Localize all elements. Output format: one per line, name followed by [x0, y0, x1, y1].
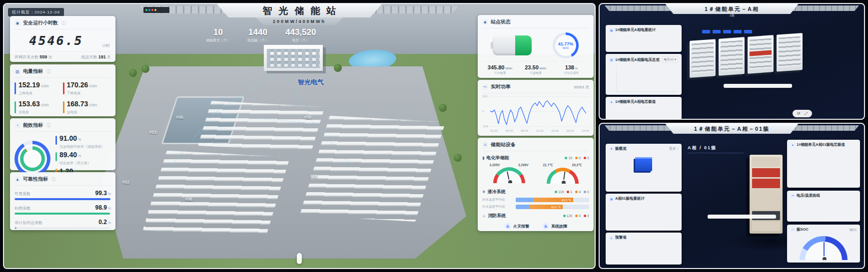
stat-label: 电池簇（个）	[247, 38, 268, 43]
cell-gauges: 3.205V 3.299V 21.7℃ 29.3	[482, 163, 589, 185]
info-icon[interactable]: ⓘ	[51, 177, 55, 182]
reliability-row: 可用系数99.3 %	[14, 190, 111, 200]
reliability-track	[14, 198, 111, 200]
site-status-icon: ■	[482, 19, 488, 25]
metric-text: 153.63GWh充电量	[18, 100, 49, 115]
extremes-icon: ✦	[791, 143, 795, 147]
battery-rack-3d[interactable]	[750, 155, 783, 234]
expand-icon[interactable]: ⤢	[805, 111, 808, 116]
chart-gridline	[490, 126, 588, 127]
reliability-label: 利用系数	[14, 206, 30, 211]
unit-subtitle: 1期	[730, 13, 734, 18]
panel-header: ▥ 电量指标 ⓘ	[14, 68, 111, 78]
station-title-plate: 智光储能站	[217, 4, 382, 17]
battery-container[interactable]	[719, 37, 745, 76]
battery-container-alarm[interactable]	[748, 35, 774, 74]
cell-curve-sparkline[interactable]	[791, 200, 856, 217]
cluster-header-band: 1＃储能单元－A相－01簇	[600, 124, 864, 136]
chart-xtick: 04:00	[505, 129, 513, 132]
reliability-panel: ▲ 可靠性指标 ⓘ 可用系数99.3 %利用系数98.9 %非计划停运系数0.2…	[10, 172, 115, 230]
metric-value: 168.73GWh	[67, 100, 97, 109]
cluster-energy-card: ▤ A相01簇电量统计	[606, 194, 682, 231]
reliability-row: 非计划停运系数0.2 %	[14, 219, 111, 229]
reliability-rows: 可用系数99.3 %利用系数98.9 %非计划停运系数0.2 %	[14, 190, 111, 229]
refresh-icon[interactable]: ⟳	[797, 111, 801, 116]
led-green	[145, 9, 147, 11]
legend-count: 0	[584, 190, 589, 194]
brand-watermark: 智光电气	[298, 78, 324, 87]
info-icon[interactable]: ⓘ	[46, 123, 50, 128]
energy-icon: ▥	[14, 68, 20, 74]
electrochemical-section-header: ▮ 电化学储能 1000	[482, 155, 589, 161]
panel-header: ▲ 可靠性指标 ⓘ	[14, 176, 111, 186]
soc-gauge: 41.77% SOC	[553, 32, 579, 58]
cluster-voltage-bars[interactable]	[616, 66, 677, 92]
chart-xtick: 16:00	[551, 129, 559, 132]
legend-count: 120	[563, 214, 573, 218]
reliability-label: 非计划停运系数	[14, 220, 42, 226]
tree	[454, 154, 462, 162]
reliability-icon: ▲	[14, 176, 20, 182]
info-icon[interactable]: ⓘ	[61, 20, 65, 26]
metric-dropdown[interactable]: 电压(V) ▾	[662, 56, 678, 63]
legend-count: 0	[575, 214, 581, 218]
metric-value: 152.19GWh	[18, 81, 49, 90]
donut-hole	[23, 150, 41, 168]
realtime-power-panel: 〜 实时功率 65/63 次 2000-200 00:0004:0008:001…	[478, 80, 594, 136]
rack-module-alarm[interactable]	[752, 179, 780, 188]
scene-row-label: #06	[185, 197, 192, 202]
rack-module[interactable]	[752, 157, 780, 167]
battery-fill	[515, 35, 532, 55]
scene-row-label: #10	[310, 174, 317, 179]
devices-icon: ≡	[482, 142, 488, 148]
rack-module-alarm[interactable]	[752, 168, 780, 178]
card-title: 簇SOC	[797, 227, 809, 232]
fire-item[interactable]: ♨系统故障	[542, 223, 567, 230]
battery-shell	[493, 35, 532, 55]
cluster-gauge-card: ◠ 簇SOC 52%	[787, 225, 860, 263]
rack-module[interactable]	[752, 222, 780, 231]
battery-container[interactable]	[777, 33, 803, 72]
unit-3d-containers[interactable]	[690, 33, 803, 78]
site-status-value: 138 %计划完成率	[554, 64, 589, 75]
fire-items: ♨火灾报警♨系统故障	[482, 223, 589, 230]
metric-label: 下网电量	[67, 91, 97, 96]
liquid-bar-label: 出水温度平均值	[482, 205, 513, 209]
panel-header: ◉ 安全运行小时数 ⓘ	[14, 19, 111, 29]
metric-color-bar	[14, 82, 16, 94]
safety-icon: ◉	[14, 20, 20, 26]
safety-hours-unit: 小时	[102, 43, 110, 48]
cluster-right-column: ✦ 1#储能单元A相01簇电芯极值 〜 电压/温度曲线 ◠ 簇SOC 52%	[787, 140, 860, 263]
info-list-title: A相 / 01簇	[688, 145, 744, 153]
more-link[interactable]: 更多 ›	[669, 146, 678, 151]
liquid-bar-track: 23.2 ℃	[516, 205, 589, 209]
fire-legend: 12000	[563, 214, 590, 218]
overview-icon: ♦	[609, 147, 614, 151]
realtime-power-chart[interactable]: 2000-200	[482, 96, 589, 128]
curve-icon: 〜	[791, 194, 795, 198]
temp-max: 29.3℃	[572, 163, 582, 167]
cluster-title: 1＃储能单元－A相－01簇	[666, 124, 799, 134]
metric-value: 91.00%	[59, 135, 105, 143]
fire-item[interactable]: ♨火灾报警	[504, 223, 529, 230]
card-title: 1#储能单元A相电芯极值	[615, 99, 656, 104]
reliability-label: 可用系数	[14, 191, 30, 197]
layer-toolbar	[297, 253, 302, 264]
reliability-track	[14, 227, 111, 229]
metric-color-bar	[55, 152, 57, 161]
chart-xtick: 20:00	[566, 129, 574, 132]
card-title: 1#储能单元A相电量统计	[615, 27, 656, 32]
card-title: 1#储能单元A相01簇电芯极值	[797, 142, 845, 147]
info-icon[interactable]: ⓘ	[46, 69, 50, 74]
metric-label: 放电量	[67, 110, 97, 115]
alarm-icon: ♨	[504, 223, 511, 230]
battery-container[interactable]	[690, 39, 716, 78]
chart-xtick: 00:00	[490, 129, 498, 132]
rack-module[interactable]	[752, 190, 780, 199]
rack-module[interactable]	[752, 200, 780, 210]
panel-title: 可靠性指标	[23, 176, 48, 183]
liquid-bar-row: 回水温度平均值26.5 ℃	[482, 198, 589, 202]
energy-items: 152.19GWh上网电量170.26GWh下网电量153.63GWh充电量16…	[14, 81, 111, 119]
voltage-min: 3.205V	[490, 163, 500, 167]
panel-header: ≡ 储能站设备	[482, 141, 589, 151]
